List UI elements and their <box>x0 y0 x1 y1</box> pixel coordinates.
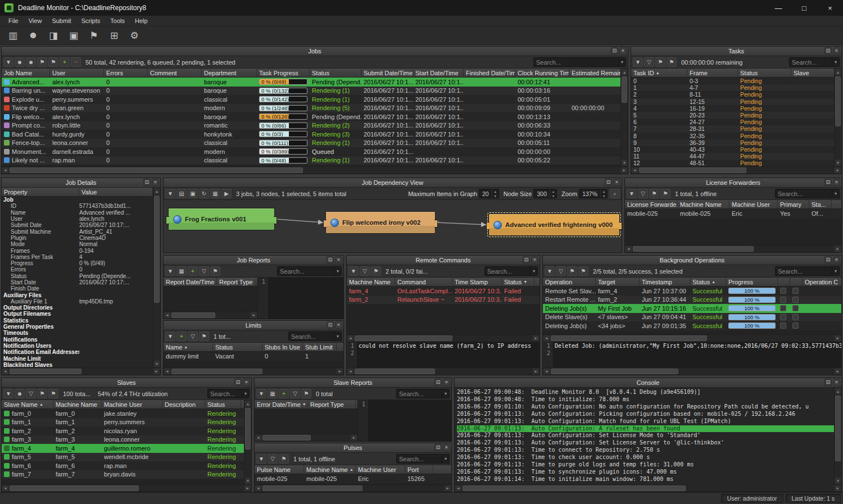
close-panel-icon[interactable] <box>613 179 620 186</box>
scroll-track[interactable] <box>244 407 251 477</box>
column-header[interactable]: Timestamp <box>640 278 690 287</box>
column-header[interactable]: Finished Date/Time <box>464 69 515 78</box>
scroll-left-icon[interactable]: ◂ <box>2 167 9 174</box>
vertical-scrollbar[interactable]: ▴▾ <box>620 69 628 166</box>
column-header[interactable]: Comment <box>148 69 202 78</box>
scroll-track[interactable] <box>462 485 834 492</box>
bookmark-icon[interactable]: ⚑ <box>48 57 58 67</box>
property-group-row[interactable]: Statistics <box>2 317 160 324</box>
search-options-icon[interactable] <box>242 389 249 398</box>
search-options-icon[interactable] <box>334 332 341 340</box>
column-header[interactable]: Description <box>162 400 205 409</box>
close-icon[interactable]: × <box>817 0 843 16</box>
table-row[interactable]: farm_2farm_2nicolas.ryanRendering <box>2 426 251 435</box>
panel-menu-icon[interactable]: ▼ <box>165 189 175 198</box>
scroll-left-icon[interactable]: ◂ <box>2 368 9 375</box>
flag-icon[interactable]: ⚑ <box>37 389 47 398</box>
operation-control-button[interactable] <box>780 297 786 303</box>
slaves-search-input[interactable] <box>208 391 242 397</box>
table-row[interactable]: 520-23Pending <box>631 112 841 119</box>
column-header[interactable]: Operation Contr... <box>803 278 839 287</box>
table-row[interactable]: Likely not ...rap.man0classical0 % (0/48… <box>2 156 628 165</box>
scroll-right-icon[interactable]: ▸ <box>250 312 257 319</box>
close-panel-icon[interactable] <box>335 256 342 264</box>
panel-menu-icon[interactable]: ▼ <box>165 332 175 341</box>
flag-icon[interactable]: ⚑ <box>210 266 220 276</box>
scroll-down-icon[interactable]: ▾ <box>621 159 628 166</box>
user-icon[interactable]: ☻ <box>26 28 40 43</box>
column-header[interactable]: Machine Name <box>347 278 395 287</box>
undock-panel-icon[interactable] <box>824 179 832 186</box>
table-row[interactable]: farm_4farm_4guillermo.romeroRendering <box>2 444 251 453</box>
scroll-left-icon[interactable]: ◂ <box>164 368 171 375</box>
table-row[interactable]: Delete Slave(s)<7 slaves>Jun 27 09:04:41… <box>543 313 841 322</box>
undock-panel-icon[interactable] <box>434 379 442 386</box>
scroll-thumb[interactable] <box>835 396 841 461</box>
scroll-left-icon[interactable]: ◂ <box>625 246 632 252</box>
license-search-input[interactable] <box>776 190 832 197</box>
job-reports-search-input[interactable] <box>278 268 334 275</box>
table-row[interactable]: Explode u...perry.summers0classical0 % (… <box>2 95 628 104</box>
column-header[interactable]: Sta... <box>809 200 832 209</box>
column-header[interactable]: Department <box>202 69 257 78</box>
filter-icon[interactable]: ▽ <box>268 454 278 464</box>
table-row[interactable]: farm_5farm_5wendell.mcbrideRendering <box>2 453 251 462</box>
close-panel-icon[interactable] <box>531 256 538 264</box>
scroll-track[interactable] <box>835 76 841 159</box>
log-text[interactable] <box>368 400 451 441</box>
bookmark-icon[interactable]: ⚑ <box>660 189 670 198</box>
undock-panel-icon[interactable] <box>523 256 530 264</box>
license-panel-titlebar[interactable]: License Forwarders <box>625 178 841 188</box>
column-header[interactable]: Task Progress <box>257 69 310 78</box>
scroll-up-icon[interactable]: ▴ <box>621 69 628 76</box>
bookmark-icon[interactable]: ⚑ <box>667 57 677 67</box>
scroll-thumb[interactable] <box>551 335 707 341</box>
scroll-thumb[interactable] <box>262 485 362 491</box>
scroll-right-icon[interactable]: ▸ <box>834 246 841 252</box>
search-options-icon[interactable] <box>530 267 537 275</box>
remote-commands-panel-titlebar[interactable]: Remote Commands <box>347 256 540 265</box>
spin-arrows-icon[interactable] <box>492 189 498 198</box>
table-row[interactable]: Bad Catal...hurdy.gurdy0honkytonk0 % (0/… <box>2 130 628 139</box>
column-header[interactable]: Report Type <box>308 400 356 409</box>
undock-panel-icon[interactable] <box>327 321 334 329</box>
table-row[interactable]: Fence-top...leona.conner0classical0 % (0… <box>2 139 628 148</box>
pulses-panel-titlebar[interactable]: Pulses <box>255 443 451 453</box>
table-row[interactable]: Prompt co...robyn.little0romantic0 % (0/… <box>2 121 628 130</box>
table-row[interactable]: Deleting Job(s)<34 jobs>Jun 27 09:01:35S… <box>543 321 841 330</box>
vertical-scrollbar[interactable]: ▴▾ <box>834 69 841 166</box>
tasks-panel-titlebar[interactable]: Tasks <box>631 47 841 56</box>
operation-control-button[interactable] <box>792 297 799 303</box>
horizontal-scrollbar[interactable]: ◂▸ <box>455 484 841 492</box>
property-row[interactable]: ModeNormal <box>2 241 160 247</box>
column-header[interactable]: Property <box>2 188 79 197</box>
column-header[interactable]: User <box>50 69 104 78</box>
column-header[interactable]: Report Date/Time▼ <box>164 278 217 287</box>
search-options-icon[interactable] <box>442 389 449 398</box>
horizontal-scrollbar[interactable]: ◂▸ <box>347 367 540 375</box>
close-panel-icon[interactable] <box>335 321 342 329</box>
remote-command-log[interactable]: 12could not resolve slave name (farm_2) … <box>347 342 540 367</box>
property-group-row[interactable]: Auxiliary Files <box>2 292 160 298</box>
slave-reports-search-input[interactable] <box>397 391 442 397</box>
property-group-row[interactable]: Notification Email Addresses <box>2 349 160 355</box>
flag-icon[interactable]: ⚑ <box>301 389 311 398</box>
scroll-down-icon[interactable]: ▾ <box>835 159 841 166</box>
operation-control-button[interactable] <box>792 323 799 329</box>
table-row[interactable]: 1040-43Pending <box>631 146 841 153</box>
spin-arrows-icon[interactable] <box>550 189 556 198</box>
scroll-left-icon[interactable]: ◂ <box>455 485 462 492</box>
column-header[interactable]: Submit Date/Time <box>361 69 413 78</box>
property-group-row[interactable]: Blacklisted Slaves <box>2 362 160 367</box>
filter-icon[interactable]: ▽ <box>638 189 648 198</box>
scroll-left-icon[interactable]: ◂ <box>631 167 638 174</box>
property-group-row[interactable]: Notification Users <box>2 343 160 349</box>
property-group-row[interactable]: Output Filenames <box>2 311 160 317</box>
scroll-thumb[interactable] <box>10 485 139 491</box>
property-row[interactable]: Useralex.lynch <box>2 216 160 222</box>
scroll-right-icon[interactable]: ▸ <box>532 368 540 375</box>
table-row[interactable]: farm_4OnLastTaskCompl...2016/06/27 10:3.… <box>347 287 540 296</box>
scroll-track[interactable] <box>354 335 532 342</box>
operation-control-button[interactable] <box>780 305 786 311</box>
scroll-up-icon[interactable]: ▴ <box>244 400 251 407</box>
